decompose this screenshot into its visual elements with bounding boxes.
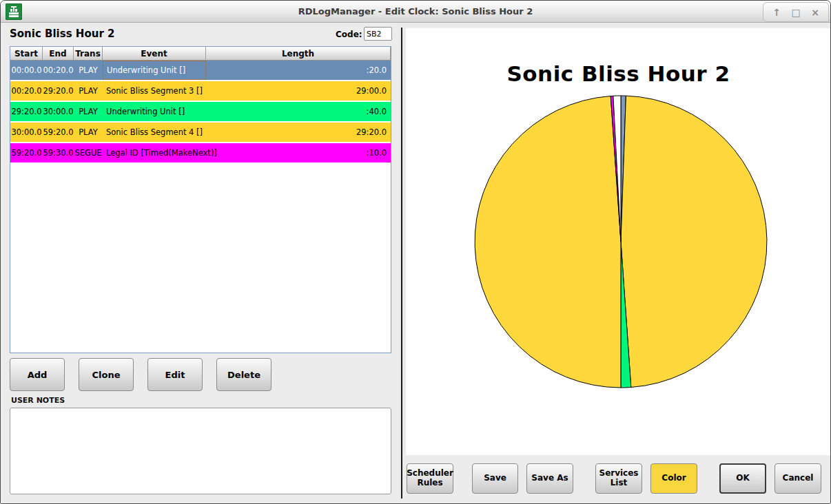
header-trans[interactable]: Trans bbox=[74, 47, 103, 61]
delete-button[interactable]: Delete bbox=[216, 358, 271, 391]
main-content: Sonic Bliss Hour 2 Code: Start End Trans… bbox=[1, 23, 830, 503]
scheduler-rules-button[interactable]: Scheduler Rules bbox=[407, 463, 453, 494]
cell-start: 59:20.0 bbox=[10, 143, 43, 162]
cell-start: 00:20.0 bbox=[10, 81, 43, 101]
cell-event: Underwriting Unit [] bbox=[103, 102, 206, 121]
table-row[interactable]: 30:00.0 59:20.0 PLAY Sonic Bliss Segment… bbox=[10, 123, 391, 142]
clone-button[interactable]: Clone bbox=[79, 358, 134, 391]
arrow-up-icon: ↑ bbox=[772, 7, 781, 18]
cell-start: 00:00.0 bbox=[10, 61, 43, 80]
cell-length: :20.0 bbox=[206, 61, 391, 80]
maximize-button[interactable]: □ bbox=[788, 5, 803, 20]
clock-pie-chart bbox=[406, 28, 831, 455]
window-title: RDLogManager - Edit Clock: Sonic Bliss H… bbox=[1, 6, 830, 17]
titlebar[interactable]: RDLogManager - Edit Clock: Sonic Bliss H… bbox=[1, 1, 830, 23]
event-table: Start End Trans Event Length 00:00.0 00:… bbox=[10, 46, 391, 353]
cell-event: Sonic Bliss Segment 3 [] bbox=[103, 81, 206, 101]
rdlogmanager-window: RDLogManager - Edit Clock: Sonic Bliss H… bbox=[0, 0, 831, 504]
user-notes-textarea[interactable] bbox=[10, 408, 391, 494]
save-button[interactable]: Save bbox=[472, 463, 518, 494]
cell-end: 30:00.0 bbox=[43, 102, 74, 121]
panel-divider bbox=[401, 28, 402, 498]
cell-length: :10.0 bbox=[206, 143, 391, 162]
edit-button[interactable]: Edit bbox=[147, 358, 203, 391]
ok-button[interactable]: OK bbox=[719, 463, 766, 494]
cell-length: 29:00.0 bbox=[206, 81, 391, 101]
code-label: Code: bbox=[336, 30, 362, 39]
cell-event: Underwriting Unit [] bbox=[103, 61, 206, 80]
table-row[interactable]: 00:20.0 29:20.0 PLAY Sonic Bliss Segment… bbox=[10, 81, 391, 101]
chart-title: Sonic Bliss Hour 2 bbox=[406, 61, 831, 86]
rivendell-logo-icon bbox=[6, 3, 22, 20]
shade-button[interactable]: ↑ bbox=[769, 5, 784, 20]
header-event[interactable]: Event bbox=[103, 47, 206, 61]
header-end[interactable]: End bbox=[43, 47, 74, 61]
cell-event: Sonic Bliss Segment 4 [] bbox=[103, 123, 206, 142]
event-table-header: Start End Trans Event Length bbox=[10, 47, 391, 61]
clock-name-heading: Sonic Bliss Hour 2 bbox=[10, 28, 114, 40]
color-button[interactable]: Color bbox=[650, 463, 697, 494]
cell-trans: PLAY bbox=[74, 81, 103, 101]
cell-start: 29:20.0 bbox=[10, 102, 43, 121]
cell-trans: PLAY bbox=[74, 123, 103, 142]
window-controls: ↑ □ × bbox=[763, 2, 829, 22]
cell-end: 00:20.0 bbox=[43, 61, 74, 80]
pie-slice bbox=[621, 96, 767, 387]
cell-end: 29:20.0 bbox=[43, 81, 74, 101]
cell-length: 29:20.0 bbox=[206, 123, 391, 142]
save-as-button[interactable]: Save As bbox=[526, 463, 573, 494]
cell-end: 59:20.0 bbox=[43, 123, 74, 142]
table-row[interactable]: 29:20.0 30:00.0 PLAY Underwriting Unit [… bbox=[10, 102, 391, 121]
cancel-button[interactable]: Cancel bbox=[774, 463, 821, 494]
user-notes-label: USER NOTES bbox=[11, 396, 65, 405]
cell-length: :40.0 bbox=[206, 102, 391, 121]
cell-start: 30:00.0 bbox=[10, 123, 43, 142]
header-length[interactable]: Length bbox=[206, 47, 391, 61]
cell-event: Legal ID [Timed(MakeNext)] bbox=[103, 143, 206, 162]
table-row[interactable]: 00:00.0 00:20.0 PLAY Underwriting Unit [… bbox=[10, 61, 391, 80]
cell-trans: PLAY bbox=[74, 102, 103, 121]
pie-slice bbox=[475, 96, 621, 388]
services-list-button[interactable]: Services List bbox=[595, 463, 642, 494]
table-row[interactable]: 59:20.0 59:30.0 SEGUE Legal ID [Timed(Ma… bbox=[10, 143, 391, 162]
cell-end: 59:30.0 bbox=[43, 143, 74, 162]
clock-preview-panel: Sonic Bliss Hour 2 bbox=[406, 28, 831, 455]
maximize-icon: □ bbox=[791, 7, 800, 18]
close-icon: × bbox=[811, 7, 819, 18]
close-button[interactable]: × bbox=[808, 5, 823, 20]
cell-trans: PLAY bbox=[74, 61, 103, 80]
add-button[interactable]: Add bbox=[10, 358, 65, 391]
cell-trans: SEGUE bbox=[74, 143, 103, 162]
code-input[interactable] bbox=[364, 27, 392, 41]
header-start[interactable]: Start bbox=[10, 47, 43, 61]
